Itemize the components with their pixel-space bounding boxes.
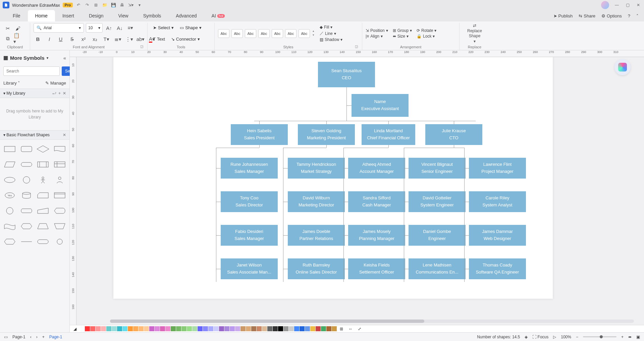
org-member[interactable]: Lene MathisenCommunications En... [409, 258, 466, 279]
redo-icon[interactable]: ↷ [84, 2, 90, 8]
prev-page-icon[interactable]: ‹ [30, 335, 32, 339]
case-icon[interactable]: T▾ [102, 35, 111, 44]
zoom-in-icon[interactable]: + [621, 335, 624, 339]
menu-design[interactable]: Design [82, 10, 111, 21]
strip-tool-icon[interactable]: ↔ [347, 326, 354, 332]
color-swatch[interactable] [144, 326, 149, 331]
color-swatch[interactable] [101, 326, 106, 331]
shape-connector-circle[interactable] [3, 205, 17, 217]
add-page-icon[interactable]: + [42, 335, 45, 339]
menu-advanced[interactable]: Advanced [168, 10, 204, 21]
org-member[interactable]: Fabio DesideriSales Manager [221, 225, 278, 246]
options-button[interactable]: ⚙Options [601, 13, 622, 18]
canvas[interactable]: 102030405060708090100110120130140150160 … [70, 57, 644, 332]
shape-tape[interactable] [3, 220, 17, 232]
menu-home[interactable]: Home [28, 10, 55, 21]
collapse-ribbon-icon[interactable]: ˄ [636, 13, 639, 18]
menu-symbols[interactable]: Symbols [136, 10, 169, 21]
shape-terminator[interactable] [19, 158, 34, 170]
superscript-icon[interactable]: x² [79, 35, 88, 44]
style-swatch[interactable]: Abc [285, 29, 297, 38]
style-swatch[interactable]: Abc [231, 29, 243, 38]
color-swatch[interactable] [300, 326, 305, 331]
shape-rect[interactable] [3, 143, 17, 155]
style-gallery[interactable]: Abc Abc Abc Abc Abc Abc Abc ▴▾ [218, 29, 314, 38]
org-member[interactable]: James DoeblePartner Relations [288, 225, 345, 246]
color-swatch[interactable] [208, 326, 213, 331]
shape-tool[interactable]: ▭Shape▾ [178, 23, 204, 32]
shape-rounded-box[interactable] [36, 236, 50, 248]
open-icon[interactable]: 📁 [102, 2, 108, 8]
org-member[interactable]: Daniel GombeEngineer [409, 225, 466, 246]
style-swatch[interactable]: Abc [218, 29, 229, 38]
increase-font-icon[interactable]: A↑ [105, 23, 113, 32]
line-spacing-icon[interactable]: ≣▾ [113, 35, 122, 44]
symbol-search-input[interactable] [3, 66, 60, 76]
position-menu[interactable]: ⇲Position▾ [366, 28, 388, 33]
shape-document[interactable] [53, 143, 67, 155]
color-swatch[interactable] [176, 326, 181, 331]
color-swatch[interactable] [198, 326, 203, 331]
shape-internal-storage[interactable] [53, 158, 67, 170]
rotate-menu[interactable]: ⟳Rotate▾ [417, 28, 436, 33]
text-tool[interactable]: TText [151, 35, 167, 44]
replace-shape-button[interactable]: ⇄ Replace Shape ▾ [463, 23, 486, 44]
color-swatch[interactable] [214, 326, 219, 331]
subscript-icon[interactable]: x₂ [91, 35, 99, 44]
next-page-icon[interactable]: › [36, 335, 38, 339]
shape-small-circle[interactable] [53, 236, 67, 248]
publish-button[interactable]: ➤Publish [553, 13, 573, 18]
color-swatch[interactable] [262, 326, 267, 331]
color-swatch[interactable] [273, 326, 278, 331]
color-swatch[interactable] [316, 326, 321, 331]
shape-card[interactable] [36, 189, 50, 201]
underline-icon[interactable]: U [56, 35, 65, 44]
add-icon[interactable]: + [58, 91, 61, 96]
italic-icon[interactable]: I [45, 35, 54, 44]
org-member[interactable]: Keisha FieldsSettlement Officer [348, 258, 405, 279]
share-button[interactable]: ⇆Share [579, 13, 595, 18]
shape-trapezoid[interactable] [36, 220, 50, 232]
color-swatch[interactable] [283, 326, 288, 331]
dropper-icon[interactable]: ◢ [72, 326, 78, 332]
export-icon[interactable]: ⇲▾ [128, 2, 134, 8]
drawing-page[interactable]: Sean StusalitusCEONameExecutive Assistan… [113, 57, 553, 299]
shadow-menu[interactable]: ▨Shadow▾ [320, 37, 342, 42]
org-member[interactable]: David GottelierSystem Engineer [409, 191, 466, 212]
basic-shapes-section[interactable]: ▾ Basic Flowchart Shapes ✕ [0, 130, 69, 140]
color-swatch[interactable] [117, 326, 122, 331]
color-swatch[interactable] [310, 326, 315, 331]
menu-file[interactable]: File [5, 10, 28, 21]
save-icon[interactable]: 💾 [110, 2, 116, 8]
cut-icon[interactable]: ✂ [3, 24, 12, 33]
color-swatch[interactable] [230, 326, 235, 331]
strip-tool-icon[interactable]: ⤢ [357, 326, 363, 332]
org-member[interactable]: Carole RileySystem Analyst [469, 191, 526, 212]
print-icon[interactable]: 🖶 [119, 2, 125, 8]
color-swatch[interactable] [332, 326, 337, 331]
style-swatch[interactable]: Abc [245, 29, 256, 38]
org-member[interactable]: James MoselyPlanning Manager [348, 225, 405, 246]
horizontal-scrollbar[interactable] [110, 320, 634, 323]
color-swatch[interactable] [181, 326, 186, 331]
color-swatch[interactable] [112, 326, 117, 331]
color-swatch[interactable] [246, 326, 251, 331]
maximize-icon[interactable]: ▢ [625, 2, 631, 8]
shape-line[interactable] [19, 236, 34, 248]
focus-button[interactable]: ⛶ Focus [532, 335, 548, 339]
shape-parallelogram[interactable] [3, 158, 17, 170]
shape-actor[interactable] [36, 174, 50, 186]
undo-icon[interactable]: ↶ [75, 2, 82, 8]
color-swatch[interactable] [128, 326, 133, 331]
shape-person[interactable] [53, 174, 67, 186]
color-swatch[interactable] [289, 326, 294, 331]
org-member[interactable]: Ruth BarnsleyOnline Sales Director [288, 258, 345, 279]
paste-icon[interactable]: 📋▾ [13, 34, 22, 43]
org-member[interactable]: James DammarWeb Designer [469, 225, 526, 246]
size-menu[interactable]: ⬌Size▾ [393, 34, 412, 39]
org-head[interactable]: Linda MortlandChief Financial Officer [362, 124, 415, 145]
align-menu[interactable]: |≡Align▾ [366, 34, 388, 39]
help-icon[interactable]: ? [628, 13, 630, 18]
copy-icon[interactable]: ⧉ [3, 34, 12, 43]
my-library-section[interactable]: ▾ My Library ⮐+✕ [0, 89, 69, 98]
